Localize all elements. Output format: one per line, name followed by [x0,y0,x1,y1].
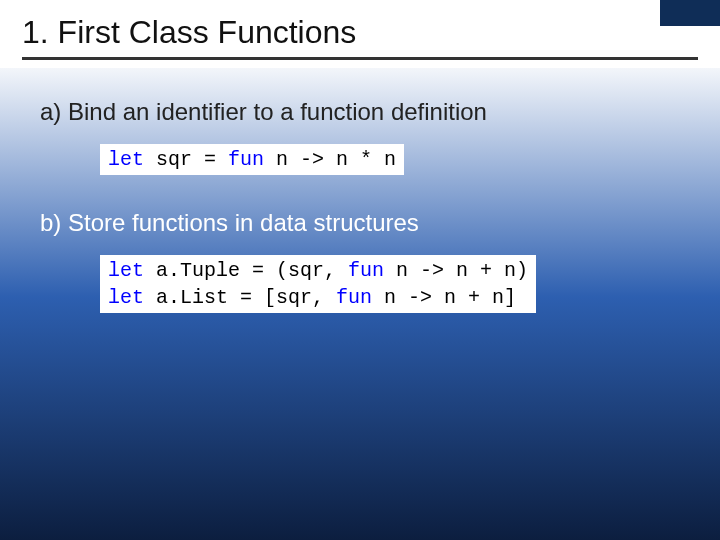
code-block-b: let a.Tuple = (sqr, fun n -> n + n) let … [100,255,536,313]
title-underline [22,57,698,60]
section-b-heading: b) Store functions in data structures [40,209,680,237]
code-block-a: let sqr = fun n -> n * n [100,144,404,175]
corner-decoration [660,0,720,26]
title-bar: 1. First Class Functions [0,0,720,68]
slide-title: 1. First Class Functions [22,14,698,51]
slide-content: a) Bind an identifier to a function defi… [0,68,720,347]
section-a-heading: a) Bind an identifier to a function defi… [40,98,680,126]
slide: 1. First Class Functions a) Bind an iden… [0,0,720,540]
